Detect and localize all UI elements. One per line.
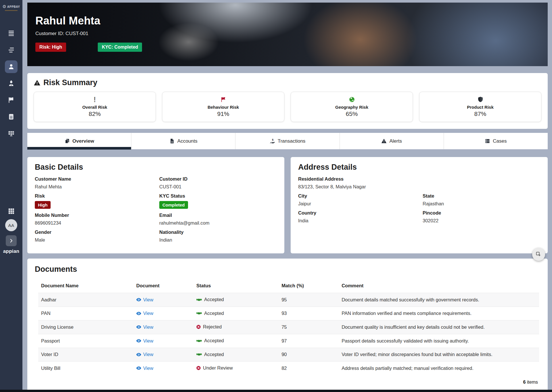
select-tool-button[interactable] <box>532 248 545 261</box>
match-cell: 97 <box>279 334 339 348</box>
table-row: Aadhar View Accepted 95 Document details… <box>38 293 539 307</box>
kyc-completed-badge: KYC: Completed <box>98 43 142 52</box>
email-field: Email rahulmehta@gmail.com <box>159 213 277 226</box>
comment-cell: Address details partially matched; manua… <box>339 362 539 375</box>
tab-overview[interactable]: Overview <box>27 133 131 149</box>
doc-name-cell: PAN <box>38 307 133 320</box>
sidebar-bottom <box>0 205 22 217</box>
view-link[interactable]: View <box>136 297 153 303</box>
match-cell: 82 <box>279 362 339 375</box>
risk-card-value: 91% <box>165 110 282 117</box>
risk-summary-section: Risk Summary ! Overall Risk 82% Behaviou… <box>27 73 548 129</box>
sidebar-item-customers[interactable] <box>5 60 18 73</box>
completed-chip: Completed <box>159 201 188 209</box>
status-under-review: Under Review <box>196 365 233 371</box>
view-link[interactable]: View <box>136 338 153 344</box>
stacked-list-icon <box>485 138 490 144</box>
view-link[interactable]: View <box>136 311 153 316</box>
documents-section: Documents Document Name Document Status … <box>27 259 548 392</box>
customer-id-subtitle: Customer ID: CUST-001 <box>35 31 548 37</box>
status-accepted: Accepted <box>196 297 224 302</box>
user-avatar[interactable]: AA <box>5 219 17 231</box>
risk-summary-title: Risk Summary <box>34 78 541 87</box>
risk-card-value: 87% <box>422 110 539 117</box>
comment-cell: Passport details successfully validated … <box>339 334 539 348</box>
tab-alerts[interactable]: Alerts <box>340 133 444 149</box>
monitor-grid-icon <box>8 130 15 137</box>
residential-address-field: Residential Address 83/123, Sector 8, Ma… <box>298 176 540 190</box>
sidebar-item-agents[interactable] <box>5 77 18 90</box>
address-details-card: Address Details Residential Address 83/1… <box>291 157 548 253</box>
risk-card-value: 65% <box>293 110 410 117</box>
match-cell: 90 <box>279 348 339 362</box>
nationality-field: Nationality Indian <box>159 230 277 243</box>
doc-name-cell: Utility Bill <box>38 362 133 375</box>
table-header-row: Document Name Document Status Match (%) … <box>38 280 539 293</box>
address-details-title: Address Details <box>298 163 540 172</box>
book-icon <box>8 113 15 120</box>
geography-risk-card: Geography Risk 65% <box>291 92 413 122</box>
comment-cell: Document details matched successfully wi… <box>339 293 539 307</box>
risk-card-value: 82% <box>36 110 153 117</box>
kyc-status-field: KYC Status Completed <box>159 193 277 209</box>
expand-sidebar-button[interactable] <box>6 235 17 246</box>
risk-card-label: Product Risk <box>422 105 539 110</box>
comment-cell: Document quality is insufficient and key… <box>339 320 539 334</box>
status-accepted: Accepted <box>196 311 224 316</box>
sidebar-item-directory[interactable] <box>5 110 18 123</box>
items-count: 6 items <box>35 375 540 388</box>
flag-icon <box>220 96 227 103</box>
match-cell: 75 <box>279 320 339 334</box>
logo-tagline <box>5 10 18 11</box>
tab-accounts[interactable]: Accounts <box>131 133 235 149</box>
col-match: Match (%) <box>279 280 339 293</box>
times-circle-icon <box>196 366 201 370</box>
app-grid-button[interactable] <box>5 205 18 217</box>
handshake-icon <box>196 339 202 343</box>
documents-title: Documents <box>35 265 540 274</box>
tab-transactions[interactable]: $ Transactions <box>235 133 339 149</box>
risk-high-badge: Risk: High <box>35 43 66 52</box>
risk-card-label: Geography Risk <box>293 105 410 110</box>
sidebar-item-menu[interactable] <box>5 27 18 40</box>
main-content: Rahul Mehta Customer ID: CUST-001 Risk: … <box>22 0 552 392</box>
mobile-field: Mobile Number 8696091234 <box>35 213 152 226</box>
chevron-right-icon <box>9 238 14 243</box>
table-row: Voter ID View Accepted 90 Voter ID verif… <box>38 348 539 362</box>
shield-icon <box>477 96 484 103</box>
gear-code-icon: ⚙ <box>3 4 6 9</box>
sidebar-item-records[interactable] <box>5 44 18 56</box>
exclamation-icon: ! <box>93 96 96 103</box>
times-circle-icon <box>196 325 201 329</box>
stream-lines-icon <box>8 47 15 53</box>
sidebar-item-flags[interactable] <box>5 94 18 106</box>
gender-field: Gender Male <box>35 230 152 243</box>
appbay-logo: ⚙ APPBAY <box>3 4 20 17</box>
col-comment: Comment <box>339 280 539 293</box>
handshake-icon <box>196 298 202 302</box>
cursor-select-icon <box>536 251 542 257</box>
view-link[interactable]: View <box>136 352 153 357</box>
sidebar-item-dashboard[interactable] <box>5 127 18 140</box>
status-rejected: Rejected <box>196 324 222 330</box>
basic-details-title: Basic Details <box>35 163 277 172</box>
tab-cases[interactable]: Cases <box>444 133 548 149</box>
pages-icon <box>64 138 70 144</box>
eye-icon <box>136 353 141 356</box>
eye-icon <box>136 366 141 370</box>
table-row: Driving License View Rejected 75 Documen… <box>38 320 539 334</box>
view-link[interactable]: View <box>136 324 153 330</box>
handshake-icon <box>196 311 202 315</box>
status-accepted: Accepted <box>196 338 224 343</box>
user-doctor-icon <box>8 80 15 87</box>
view-link[interactable]: View <box>136 366 153 371</box>
eye-icon <box>136 312 141 315</box>
col-document-name: Document Name <box>38 280 133 293</box>
match-cell: 95 <box>279 293 339 307</box>
flag-icon <box>8 97 15 104</box>
logo-text: APPBAY <box>7 5 20 8</box>
overall-risk-card: ! Overall Risk 82% <box>34 92 156 122</box>
warning-icon <box>34 79 41 86</box>
city-field: City Jaipur <box>298 193 416 206</box>
sidebar-nav <box>5 27 18 144</box>
